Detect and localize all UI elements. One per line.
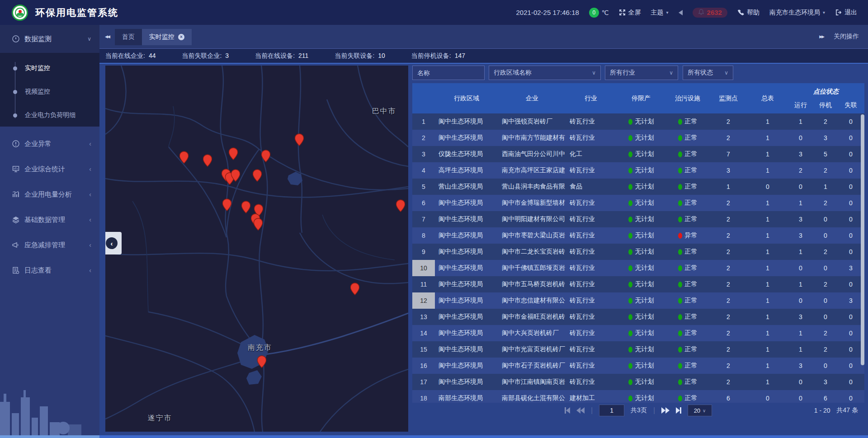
table-row[interactable]: 5营山生态环境局营山县润丰肉食品有限食品无计划正常10010 — [412, 179, 864, 195]
notification-badge[interactable]: 2632 — [693, 8, 727, 18]
map-pin[interactable] — [350, 283, 360, 297]
theme-dropdown[interactable]: 主题 ▾ — [651, 9, 669, 17]
cell-running: 1 — [788, 276, 814, 292]
sidebar-item-enterprise-abnormal[interactable]: 企业异常 ‹ — [0, 131, 99, 156]
cell-points: 6 — [709, 390, 748, 403]
cell-lost: 0 — [837, 358, 864, 374]
status-dot-green — [678, 184, 682, 190]
status-dot-green — [628, 314, 632, 320]
map-pin[interactable] — [261, 150, 271, 165]
cell-stopped: 6 — [814, 390, 837, 403]
name-input[interactable] — [417, 69, 480, 76]
tab-home[interactable]: 首页 — [115, 29, 142, 45]
table-row[interactable]: 2阆中生态环境局阆中市南方节能建材有砖瓦行业无计划正常21030 — [412, 130, 864, 146]
sidebar-item-log-view[interactable]: 日志查看 ‹ — [0, 258, 99, 283]
name-search-input[interactable] — [412, 66, 485, 80]
map-pin[interactable] — [396, 199, 405, 214]
sidebar-item-power-load-detail[interactable]: 企业电力负荷明细 — [0, 104, 99, 127]
table-row[interactable]: 17阆中生态环境局阆中市江南镇阆南页岩砖瓦行业无计划正常21030 — [412, 374, 864, 390]
sidebar-item-enterprise-statistics[interactable]: 企业综合统计 ‹ — [0, 156, 99, 182]
prev-page-icon[interactable] — [576, 407, 585, 414]
region-select[interactable]: 行政区域名称 ∨ — [489, 66, 601, 80]
sidebar-item-basic-data[interactable]: 基础数据管理 ‹ — [0, 207, 99, 232]
map-pin[interactable] — [294, 133, 304, 148]
map-pin[interactable] — [203, 154, 212, 169]
cell-region: 阆中生态环境局 — [435, 211, 498, 227]
page-size-select[interactable]: 20 ∨ — [688, 405, 712, 416]
table-row[interactable]: 3仪陇生态环境局西南油气田分公司川中化工无计划正常71350 — [412, 146, 864, 162]
bottom-accent-strip — [0, 435, 868, 438]
sidebar-group-data-monitoring[interactable]: 数据监测 ∨ — [0, 25, 99, 53]
org-dropdown[interactable]: 南充市生态环境局 ▾ — [769, 9, 825, 17]
last-page-icon[interactable] — [676, 407, 681, 414]
exit-button[interactable]: 退出 — [835, 9, 857, 17]
map-pin[interactable] — [241, 200, 250, 215]
page-number-input[interactable]: 1 — [599, 405, 624, 416]
temperature-badge: 0 — [589, 8, 599, 18]
close-operations-button[interactable]: 关闭操作 — [834, 33, 859, 41]
map-pin[interactable] — [231, 169, 241, 184]
map-panel[interactable]: ‹ 巴中市南充市遂宁市 — [105, 66, 408, 432]
cell-facility-status: 正常 — [666, 244, 709, 260]
chevron-left-icon: ‹ — [89, 140, 91, 147]
table-scrollbar[interactable] — [861, 114, 864, 365]
table-row[interactable]: 6阆中生态环境局阆中市金博瑞新型墙材砖瓦行业无计划正常21120 — [412, 195, 864, 211]
table-row[interactable]: 12阆中生态环境局阆中市忠信建材有限公砖瓦行业无计划正常21003 — [412, 292, 864, 309]
cell-limit-status: 无计划 — [616, 130, 666, 146]
board-icon — [12, 165, 20, 173]
row-number: 10 — [412, 260, 435, 276]
table-row[interactable]: 16阆中生态环境局阆中市石子页岩机砖厂砖瓦行业无计划正常21300 — [412, 358, 864, 374]
speaker-mute-icon[interactable] — [679, 10, 683, 15]
cell-region: 南部生态环境局 — [435, 390, 498, 403]
status-dot-green — [678, 135, 682, 141]
map-pin[interactable] — [257, 355, 267, 370]
table-row[interactable]: 9阆中生态环境局阆中市二龙长宝页岩砖砖瓦行业无计划正常21120 — [412, 244, 864, 260]
map-pin[interactable] — [254, 218, 263, 233]
map-pin[interactable] — [179, 151, 189, 165]
help-button[interactable]: 帮助 — [737, 9, 760, 17]
table-row[interactable]: 14阆中生态环境局阆中大兴页岩机砖厂砖瓦行业无计划正常21120 — [412, 325, 864, 341]
status-select[interactable]: 所有状态 ∨ — [683, 66, 733, 80]
tab-realtime-monitor[interactable]: 实时监控 × — [142, 29, 192, 45]
cell-limit-status: 无计划 — [616, 260, 666, 276]
cell-limit-status: 无计划 — [616, 179, 666, 195]
table-row[interactable]: 11阆中生态环境局阆中市五马桥页岩机砖砖瓦行业无计划正常21120 — [412, 276, 864, 292]
table-row[interactable]: 15阆中生态环境局阆中市光富页岩机砖厂砖瓦行业无计划正常21120 — [412, 341, 864, 358]
cell-region: 阆中生态环境局 — [435, 227, 498, 244]
status-dot-green — [628, 396, 632, 401]
cell-meters: 1 — [748, 244, 788, 260]
cell-points: 2 — [709, 276, 748, 292]
tab-close-icon[interactable]: × — [178, 34, 184, 40]
table-row[interactable]: 4高坪生态环境局南充市高坪区王家店建砖瓦行业无计划正常31220 — [412, 162, 864, 179]
cell-meters: 1 — [748, 276, 788, 292]
table-row[interactable]: 7阆中生态环境局阆中明阳建材有限公司砖瓦行业无计划正常21300 — [412, 211, 864, 227]
table-row[interactable]: 18南部生态环境局南部县砚化土混有限公建材加工无计划正常60060 — [412, 390, 864, 403]
map-pin[interactable] — [222, 198, 232, 213]
sidebar-item-emergency-reduction[interactable]: 应急减排管理 ‹ — [0, 232, 99, 258]
next-page-icon[interactable] — [661, 407, 670, 414]
cell-limit-status: 无计划 — [616, 292, 666, 309]
pager-separator: | — [653, 406, 655, 414]
tabs-scroll-left-icon[interactable]: ◀◀ — [99, 34, 115, 39]
first-page-icon[interactable] — [565, 407, 570, 414]
status-dot-green — [628, 184, 632, 190]
table-row[interactable]: 1阆中生态环境局阆中强锐页岩砖厂砖瓦行业无计划正常21120 — [412, 113, 864, 130]
cell-meters: 1 — [748, 325, 788, 341]
cell-facility-status: 正常 — [666, 276, 709, 292]
table-row[interactable]: 13阆中生态环境局阆中市金福旺页岩机砖砖瓦行业无计划正常21300 — [412, 309, 864, 325]
sidebar-item-video-monitor[interactable]: 视频监控 — [0, 80, 99, 104]
map-pin[interactable] — [228, 147, 238, 162]
sidebar-item-power-usage-analysis[interactable]: 企业用电量分析 ‹ — [0, 182, 99, 207]
cell-region: 阆中生态环境局 — [435, 341, 498, 358]
industry-select[interactable]: 所有行业 ∨ — [605, 66, 678, 80]
table-row[interactable]: 8阆中生态环境局阆中市枣碧大梁山页岩砖瓦行业无计划异常21300 — [412, 227, 864, 244]
map-pin[interactable] — [252, 169, 262, 184]
tabs-scroll-right-icon[interactable]: ▶▶ — [814, 34, 829, 39]
sidebar-item-realtime-monitor[interactable]: 实时监控 — [0, 57, 99, 80]
row-number: 4 — [412, 162, 435, 179]
map-collapse-button[interactable]: ‹ — [105, 232, 122, 254]
megaphone-icon — [12, 241, 20, 249]
cell-running: 0 — [788, 292, 814, 309]
table-row[interactable]: 10阆中生态环境局阆中千佛镇五郎垭页岩砖瓦行业无计划正常21003 — [412, 260, 864, 276]
fullscreen-button[interactable]: 全屏 — [619, 9, 641, 17]
